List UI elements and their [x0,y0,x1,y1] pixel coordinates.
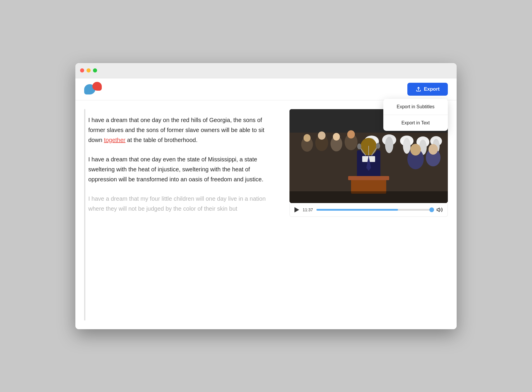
titlebar [75,63,457,78]
main-content: I have a dream that one day on the red h… [75,100,457,329]
play-button[interactable] [294,207,299,212]
video-controls: 11:37 [289,203,448,217]
export-text-option[interactable]: Export in Text [383,115,448,131]
volume-button[interactable] [436,207,443,213]
volume-icon-svg [436,207,443,213]
paragraph-2-text: I have a dream that one day even the sta… [88,156,263,183]
app-window: Export Export in Subtitles Export in Tex… [75,63,457,329]
app-logo [84,82,102,97]
minimize-button[interactable] [87,68,91,72]
svg-point-35 [428,144,438,155]
svg-point-4 [304,134,311,142]
export-icon [416,86,421,92]
paragraph-3: I have a dream that my four little child… [88,194,272,214]
logo-icon [84,82,102,97]
maximize-button[interactable] [93,68,97,72]
progress-thumb[interactable] [429,207,434,212]
time-display: 11:37 [303,207,313,212]
paragraph-1: I have a dream that one day on the red h… [88,115,272,145]
paragraph-2: I have a dream that one day even the sta… [88,154,272,184]
text-panel: I have a dream that one day on the red h… [84,109,278,320]
export-button[interactable]: Export [407,83,448,96]
highlight-word-together: together [104,137,125,143]
close-button[interactable] [80,68,84,72]
svg-point-28 [376,143,380,149]
svg-point-8 [333,133,340,141]
traffic-lights [80,68,97,72]
svg-point-6 [318,131,326,140]
svg-point-26 [357,143,361,149]
play-icon [294,207,299,212]
paragraph-3-text: I have a dream that my four little child… [88,195,266,212]
export-dropdown: Export in Subtitles Export in Text [383,99,448,131]
svg-rect-31 [348,176,389,180]
video-panel: 11:37 [289,109,448,320]
transcript-text: I have a dream that one day on the red h… [88,115,272,214]
progress-bar[interactable] [316,209,433,211]
paragraph-1-after: at the table of brotherhood. [126,137,198,143]
svg-point-14 [385,137,393,153]
progress-bar-fill [316,209,398,211]
header: Export Export in Subtitles Export in Tex… [75,78,457,100]
export-subtitles-option[interactable]: Export in Subtitles [383,99,448,115]
logo-bubble-red [92,82,102,91]
svg-point-10 [347,130,355,138]
svg-marker-37 [437,208,439,212]
svg-point-16 [403,138,411,154]
svg-rect-36 [289,191,448,203]
export-button-label: Export [424,86,440,92]
svg-point-33 [410,144,421,156]
